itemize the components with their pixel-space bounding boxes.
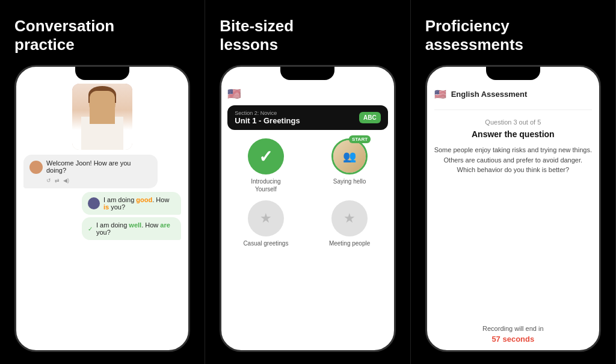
recording-label: Recording will end in (482, 325, 544, 332)
panel1-title: Conversationpractice (14, 17, 114, 54)
lesson-item-1[interactable]: ✓ Introducing Yourself (227, 138, 304, 193)
recording-info: Recording will end in 57 seconds (482, 322, 544, 344)
lesson1-name: Introducing Yourself (251, 177, 280, 193)
tutor-avatar-small (29, 161, 43, 174)
lesson-circle-inprogress: 👥 START (331, 138, 368, 174)
star-icon-2: ★ (343, 211, 356, 226)
abc-badge: ABC (359, 112, 381, 123)
assessment-content: 🇺🇸 English Assessment Question 3 out of … (427, 84, 599, 350)
star-icon-1: ★ (260, 211, 272, 226)
assessment-flag: 🇺🇸 (434, 88, 446, 100)
conversation-panel: Conversationpractice Welcome Joon! How a… (0, 0, 205, 364)
lessons-content: 🇺🇸 Section 2: Novice Unit 1 - Greetings … (221, 84, 393, 350)
assessment-header: 🇺🇸 English Assessment (434, 88, 528, 100)
correct-icon: ✓ (88, 226, 93, 232)
user-avatar-small (88, 197, 100, 209)
panel3-title: Proficiencyassessments (425, 17, 523, 54)
question-count: Question 3 out of 5 (485, 119, 541, 126)
phone-mockup-2: 🇺🇸 Section 2: Novice Unit 1 - Greetings … (220, 65, 395, 352)
chat-messages: Welcome Joon! How are you doing? ↺ ⇄ ◀) … (21, 155, 183, 240)
refresh-icon[interactable]: ↺ (46, 177, 51, 184)
flag-row: 🇺🇸 (227, 87, 241, 100)
start-badge: START (349, 135, 371, 143)
question-header: Answer the question (472, 129, 555, 139)
answer2-bubble: ✓ I am doing well. How are you? (82, 217, 181, 240)
section-info: Section 2: Novice Unit 1 - Greetings (235, 110, 300, 125)
divider (434, 110, 592, 110)
phone-mockup-1: Welcome Joon! How are you doing? ↺ ⇄ ◀) … (14, 65, 190, 352)
recording-countdown: 57 seconds (491, 335, 534, 344)
lesson-item-3[interactable]: ★ Casual greetings (227, 200, 304, 247)
lesson-item-4[interactable]: ★ Meeting people (311, 200, 387, 247)
lesson-item-2[interactable]: 👥 START Saying hello (311, 138, 387, 193)
section-header[interactable]: Section 2: Novice Unit 1 - Greetings ABC (227, 105, 387, 130)
chat-panel: Welcome Joon! How are you doing? ↺ ⇄ ◀) … (16, 84, 188, 350)
phone-notch-1 (75, 67, 129, 80)
answer1-bubble: I am doing good. How is you? (82, 192, 181, 215)
panel2-title: Bite-sizedlessons (220, 17, 294, 54)
tutor-message-bubble: Welcome Joon! How are you doing? ↺ ⇄ ◀) (23, 155, 158, 188)
section-title: Unit 1 - Greetings (235, 116, 300, 125)
lesson-photo: 👥 (333, 140, 366, 173)
bubble-action-icons: ↺ ⇄ ◀) (46, 177, 152, 184)
lesson-circle-locked-2: ★ (331, 200, 368, 236)
lesson3-name: Casual greetings (243, 239, 288, 247)
phone-notch-2 (280, 67, 334, 80)
lessons-grid: ✓ Introducing Yourself 👥 START Saying he… (227, 138, 387, 247)
phone-notch-3 (486, 67, 540, 80)
section-subtitle: Section 2: Novice (235, 110, 300, 116)
lessons-panel: Bite-sizedlessons 🇺🇸 Section 2: Novice U… (205, 0, 410, 364)
assessment-panel: Proficiencyassessments 🇺🇸 English Assess… (411, 0, 616, 364)
answer2-text: I am doing well. How are you? (96, 221, 175, 236)
assessment-title: English Assessment (451, 90, 528, 99)
phone-mockup-3: 🇺🇸 English Assessment Question 3 out of … (425, 65, 601, 352)
question-text: Some people enjoy taking risks and tryin… (434, 145, 592, 175)
tutor-avatar (72, 84, 132, 150)
answer1-text: I am doing good. How is you? (103, 196, 175, 211)
lesson4-name: Meeting people (329, 239, 370, 247)
us-flag: 🇺🇸 (227, 87, 241, 100)
lesson2-name: Saying hello (333, 177, 366, 185)
translate-icon[interactable]: ⇄ (55, 177, 60, 184)
lesson-circle-completed: ✓ (248, 138, 284, 174)
check-icon: ✓ (259, 147, 273, 167)
tutor-message-text: Welcome Joon! How are you doing? (46, 159, 152, 174)
lesson-circle-locked-1: ★ (248, 200, 284, 236)
audio-icon[interactable]: ◀) (63, 177, 69, 184)
